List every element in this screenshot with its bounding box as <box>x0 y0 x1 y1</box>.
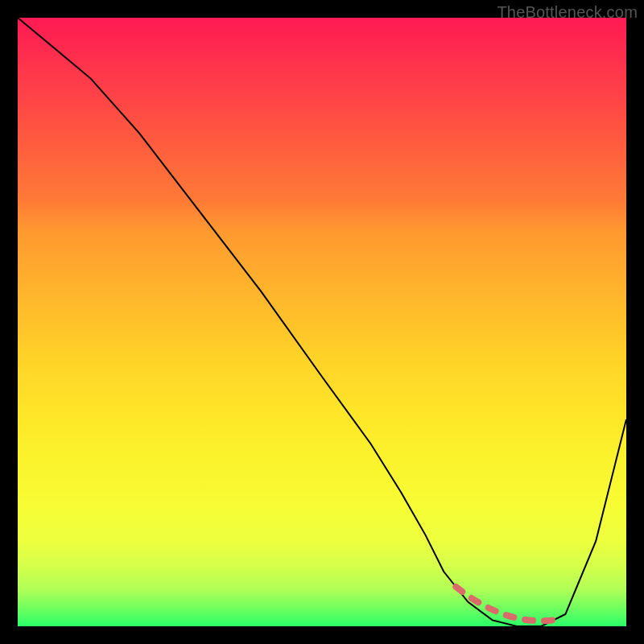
bottleneck-curve <box>18 18 626 626</box>
curve-svg <box>18 18 626 626</box>
plot-area <box>18 18 626 626</box>
chart-frame: TheBottleneck.com <box>0 0 644 644</box>
watermark-text: TheBottleneck.com <box>497 3 638 22</box>
